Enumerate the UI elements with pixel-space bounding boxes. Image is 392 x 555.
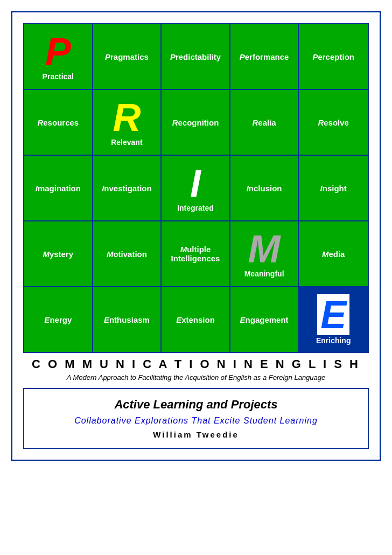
energy-text: Energy <box>44 315 72 324</box>
meaningful-label: Meaningful <box>244 269 284 278</box>
cell-p-logo: P Practical <box>24 24 93 89</box>
practical-label: Practical <box>43 72 74 81</box>
realia-text: Realia <box>252 118 276 127</box>
resources-text: Resources <box>37 118 79 127</box>
prime-title: C O M M U N I C A T I O N I N E N G L I … <box>23 357 369 371</box>
book-subtitle: Collaborative Explorations That Excite S… <box>35 416 357 426</box>
big-letter-i: I <box>190 164 201 203</box>
cell-engagement: Engagement <box>230 287 299 352</box>
integrated-label: Integrated <box>177 204 214 212</box>
resolve-text: Resolve <box>318 118 349 127</box>
cell-performance: Performance <box>230 24 299 89</box>
relevant-label: Relevant <box>111 138 142 147</box>
big-letter-m: M <box>248 230 281 268</box>
book-title: Active Learning and Projects <box>35 398 357 412</box>
cell-motivation: Motivation <box>93 221 162 286</box>
predictability-text: Predictability <box>170 52 221 61</box>
cell-m-logo: M Meaningful <box>230 221 299 286</box>
enriching-label: Enriching <box>316 336 351 345</box>
cell-insight: Insight <box>299 156 368 220</box>
cell-extension: Extension <box>162 287 230 352</box>
cell-realia: Realia <box>230 90 299 155</box>
book-box: Active Learning and Projects Collaborati… <box>23 388 369 449</box>
pragmatics-text: Pragmatics <box>105 52 149 61</box>
cell-e-logo: E Enriching <box>299 287 368 352</box>
enthusiasm-text: Enthusiasm <box>104 315 150 324</box>
subtitle: A Modern Approach to Facilitating the Ac… <box>23 373 369 381</box>
page-container: P Practical Pragmatics Predictability Pe… <box>11 11 381 461</box>
perception-text: Perception <box>312 52 354 61</box>
inclusion-text: Inclusion <box>247 184 282 193</box>
recognition-text: Recognition <box>172 118 219 127</box>
cell-mystery: Mystery <box>24 221 93 286</box>
big-letter-r: R <box>113 98 141 137</box>
grid-row-1: P Practical Pragmatics Predictability Pe… <box>24 24 368 90</box>
cell-i-logo: I Integrated <box>162 156 230 220</box>
grid-row-2: Resources R Relevant Recognition Realia … <box>24 90 368 156</box>
cell-pragmatics: Pragmatics <box>93 24 162 89</box>
mystery-text: Mystery <box>43 249 73 259</box>
grid-row-5: Energy Enthusiasm Extension Engagement E… <box>24 287 368 352</box>
cell-resources: Resources <box>24 90 93 155</box>
engagement-text: Engagement <box>240 315 289 324</box>
cell-media: Media <box>299 221 368 286</box>
cell-enthusiasm: Enthusiasm <box>93 287 162 352</box>
performance-text: Performance <box>240 52 289 61</box>
cell-recognition: Recognition <box>162 90 230 155</box>
cell-energy: Energy <box>24 287 93 352</box>
media-text: Media <box>322 249 345 259</box>
extension-text: Extension <box>176 315 215 324</box>
big-letter-p: P <box>45 32 71 71</box>
cell-investigation: Investigation <box>93 156 162 220</box>
motivation-text: Motivation <box>107 249 147 259</box>
insight-text: Insight <box>320 184 347 193</box>
investigation-text: Investigation <box>102 184 152 193</box>
cell-multiple-intelligences: MultipleIntelligences <box>162 221 230 286</box>
cell-imagination: Imagination <box>24 156 93 220</box>
grid-row-4: Mystery Motivation MultipleIntelligences… <box>24 221 368 287</box>
multiple-intelligences-text: MultipleIntelligences <box>171 245 220 263</box>
book-author: William Tweedie <box>35 430 357 439</box>
big-letter-e: E <box>317 294 349 335</box>
cell-inclusion: Inclusion <box>230 156 299 220</box>
grid-row-3: Imagination Investigation I Integrated I… <box>24 156 368 221</box>
cell-resolve: Resolve <box>299 90 368 155</box>
title-section: C O M M U N I C A T I O N I N E N G L I … <box>23 357 369 449</box>
cell-r-logo: R Relevant <box>93 90 162 155</box>
cell-predictability: Predictability <box>162 24 230 89</box>
cell-perception: Perception <box>299 24 368 89</box>
imagination-text: Imagination <box>36 184 81 193</box>
grid-container: P Practical Pragmatics Predictability Pe… <box>23 23 369 353</box>
